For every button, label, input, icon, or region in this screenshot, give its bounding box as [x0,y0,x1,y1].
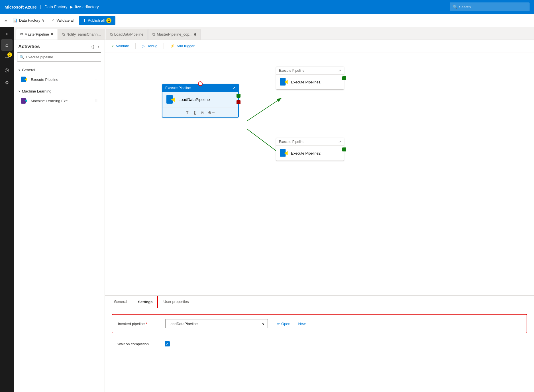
general-section: ∨ General Execute Pipeline ⠿ [14,65,105,86]
execute-pipeline-node-1[interactable]: Execute Pipeline ↗ Execute Pipeline1 [276,67,344,90]
nav-edit-icon[interactable]: ✏ 2 [1,52,13,63]
bottom-tabs-bar: General Settings User properties [105,296,534,308]
tab-master-copy[interactable]: ⧉ MasterPipeline_cop... [148,29,201,40]
validate-label: Validate all [56,18,74,22]
node-connect-button[interactable]: ⊕→ [207,110,217,115]
pipeline-actions: ✏ Open + New [277,322,305,326]
validate-all-button[interactable]: ✓ Validate all [49,17,77,24]
node-params-button[interactable]: {} [193,110,197,115]
general-chevron-icon: ∨ [18,68,20,71]
debug-btn-label: Debug [146,44,157,48]
tab-master-pipeline-label: MasterPipeline [25,32,49,36]
wait-checkbox[interactable]: ✓ [165,341,170,346]
nav-home-icon[interactable]: ⌂ [1,39,13,51]
main-layout: » ⌂ ✏ 2 ◎ ⚙ ⧉ MasterPipeline ⧉ NotifyTea… [0,27,534,392]
activities-header: Activities ⟨⟨ ⟩ [14,40,105,52]
execute-pipeline-icon [21,75,28,83]
topbar-sep: | [40,5,41,9]
pipeline-canvas[interactable]: Execute Pipeline ↗ LoadDataPipeline 🗑 [105,52,534,295]
node-2-content: Execute Pipeline2 [276,146,344,161]
activity-search-icon: 🔍 [20,55,24,59]
node-1-content: Execute Pipeline1 [276,75,344,89]
breadcrumb-instance[interactable]: live-adfactory [75,5,99,9]
general-section-header[interactable]: ∨ General [17,66,101,74]
ml-chevron-icon: ∨ [18,90,20,93]
expand-nav-button[interactable]: » [3,17,8,24]
debug-icon: ▷ [142,44,145,48]
activity-search-box[interactable]: 🔍 [17,52,101,61]
node-2-connector-success [342,147,346,151]
data-factory-item[interactable]: 📊 Data Factory ∨ [11,17,47,24]
breadcrumb-factory[interactable]: Data Factory [44,5,67,9]
tab-dirty-dot [51,33,53,35]
node-copy-button[interactable]: ⎘ [200,110,205,115]
node-1-header: Execute Pipeline ↗ [276,67,344,75]
secondbar: » 📊 Data Factory ∨ ✓ Validate all ⬆ Publ… [0,14,534,27]
execute-pipeline-main-node[interactable]: Execute Pipeline ↗ LoadDataPipeline 🗑 [162,84,239,118]
settings-bottom-tab[interactable]: Settings [133,296,158,308]
edit-badge: 2 [7,52,12,57]
node-1-title: Execute Pipeline [279,69,304,73]
tab-master-pipeline[interactable]: ⧉ MasterPipeline [16,29,57,40]
ml-section: ∨ Machine Learning Machine Learning Exe.… [14,86,105,108]
topbar: Microsoft Azure | Data Factory ▶ live-ad… [0,0,534,14]
search-icon: 🔍 [453,5,457,9]
brand-label: Microsoft Azure [5,5,37,9]
node-delete-button[interactable]: 🗑 [184,110,190,115]
add-trigger-button[interactable]: ⚡ Add trigger [168,43,196,49]
node-execute-icon [166,95,176,105]
validate-button[interactable]: ✓ Validate [109,43,131,49]
required-marker: * [146,322,147,326]
wait-completion-row: Wait on completion ✓ [112,338,527,350]
activities-close-button[interactable]: ⟩ [96,44,100,50]
open-external-icon[interactable]: ↗ [233,86,235,90]
search-placeholder: Search [459,5,471,9]
ml-section-header[interactable]: ∨ Machine Learning [17,87,101,95]
activity-search-input[interactable] [26,55,99,59]
pipeline-wrapper: Activities ⟨⟨ ⟩ 🔍 ∨ General [14,40,534,392]
node-2-execute-icon [280,149,289,158]
open-pencil-icon: ✏ [277,322,280,326]
activities-collapse-button[interactable]: ⟨⟨ [90,44,95,50]
nav-manage-icon[interactable]: ⚙ [1,77,13,88]
canvas-toolbar: ✓ Validate ▷ Debug ⚡ Add trigger [105,40,534,52]
tab-notify-teams[interactable]: ⧉ NotifyTeamsChann... [58,29,105,40]
load-tab-icon: ⧉ [110,32,113,37]
new-plus-icon: + [295,322,297,326]
node-1-name: Execute Pipeline1 [291,80,321,84]
general-bottom-tab[interactable]: General [109,296,132,308]
open-pipeline-button[interactable]: ✏ Open [277,322,290,326]
debug-button[interactable]: ▷ Debug [140,43,159,49]
publish-all-button[interactable]: ⬆ Publish all 2 [79,16,115,25]
trigger-icon: ⚡ [170,44,175,48]
wait-label: Wait on completion [117,342,160,346]
execute-pipeline-node-2[interactable]: Execute Pipeline ↗ Execute Pipeline2 [276,138,344,161]
open-btn-label: Open [281,322,290,326]
toolbar-separator-2 [164,43,164,49]
invoked-pipeline-dropdown[interactable]: LoadDataPipeline ∨ [165,319,268,328]
checkmark-icon: ✓ [166,342,169,346]
ml-execute-item[interactable]: Machine Learning Exe... ⠿ [17,95,101,106]
new-pipeline-button[interactable]: + New [295,322,306,326]
user-props-bottom-tab[interactable]: User properties [159,296,193,308]
data-factory-label: Data Factory [19,18,40,22]
nav-monitor-icon[interactable]: ◎ [1,64,13,76]
manage-icon: ⚙ [5,80,9,85]
tab-notify-label: NotifyTeamsChann... [66,32,101,36]
content-area: ⧉ MasterPipeline ⧉ NotifyTeamsChann... ⧉… [14,27,534,392]
ml-drag-handle-icon: ⠿ [95,99,98,103]
home-icon: ⌂ [5,42,9,48]
data-factory-icon: 📊 [13,18,17,22]
bottom-settings-content: Invoked pipeline * LoadDataPipeline ∨ ✏ [105,308,534,356]
node-2-external-icon[interactable]: ↗ [338,140,341,144]
tab-load-data[interactable]: ⧉ LoadDataPipeline [106,29,148,40]
nav-expand-button[interactable]: » [4,30,10,38]
node-1-external-icon[interactable]: ↗ [338,69,341,73]
node-actions-bar: 🗑 {} ⎘ ⊕→ [162,108,238,117]
settings-tab-label: Settings [138,300,152,304]
node-title-selected: Execute Pipeline [165,86,191,90]
breadcrumb-arrow: ▶ [70,5,73,9]
search-box[interactable]: 🔍 Search [450,3,529,11]
execute-pipeline-item[interactable]: Execute Pipeline ⠿ [17,74,101,85]
node-content-main: LoadDataPipeline [162,92,238,108]
